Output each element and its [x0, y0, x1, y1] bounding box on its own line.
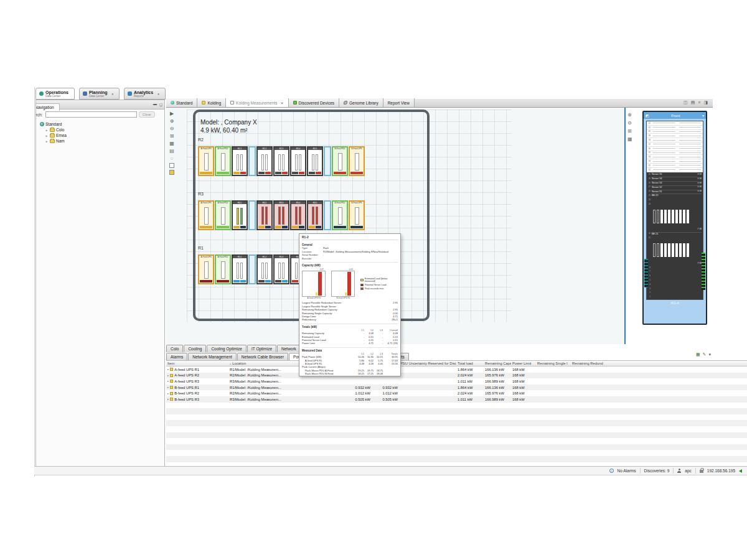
rack-B-Feed PDU[interactable]: B-Feed PDU: [332, 146, 348, 176]
perspective-tab-operations[interactable]: OperationsData Center: [35, 88, 75, 100]
grid-view-icon[interactable]: ▦: [627, 136, 632, 142]
rack-R2-2[interactable]: R2-2: [256, 146, 273, 176]
rack-corridor[interactable]: [248, 146, 256, 176]
zoom-out-icon[interactable]: ⊖: [170, 126, 174, 131]
rack-elevation-panel[interactable]: ◩ Front ▾ 42414039383736353433323130Serv…: [642, 111, 707, 325]
expand-arrow-icon[interactable]: ▸: [167, 392, 169, 395]
expand-arrow-icon[interactable]: ▸: [45, 128, 49, 132]
split-editor-icon[interactable]: ◫: [684, 100, 688, 105]
rack-A-Feed PDU[interactable]: A-Feed PDU: [215, 200, 231, 230]
subtab-alarms[interactable]: Alarms: [166, 353, 187, 360]
column-header-power-limit[interactable]: Power Limit: [511, 361, 536, 366]
editor-tab-kolding[interactable]: Kolding: [197, 98, 226, 107]
rack-device-server-51[interactable]: 26Server 513 W: [647, 189, 703, 194]
select-tool-icon[interactable]: ▶: [170, 111, 174, 116]
zoom-in-icon[interactable]: ⊕: [170, 118, 174, 124]
rack-corridor[interactable]: [324, 200, 331, 230]
table-row[interactable]: ▸A-feed UPS R2R2/Model: /Kolding Measure…: [166, 373, 747, 379]
rack-B-Feed PDU[interactable]: B-Feed PDU: [332, 200, 348, 230]
rack-device-server-53[interactable]: 28Server 533 W: [647, 180, 703, 185]
rack-device-server-52[interactable]: 27Server 523 W: [647, 185, 703, 189]
expand-arrow-icon[interactable]: ▸: [167, 368, 169, 371]
view-menu-icon[interactable]: ▾: [708, 352, 711, 357]
highlight-swatch-icon[interactable]: [169, 170, 174, 175]
fit-view-icon[interactable]: ⊞: [170, 133, 174, 139]
rack-R3-1[interactable]: R3-1: [232, 200, 248, 230]
column-header-remaining-single-i[interactable]: Remaining Single I: [536, 361, 571, 366]
column-header-remaining-redund[interactable]: Remaining Redund: [571, 361, 608, 366]
rack-R3-4[interactable]: R3-4: [290, 200, 306, 230]
expand-arrow-icon[interactable]: ▸: [167, 374, 169, 377]
pane-splitter[interactable]: [624, 108, 626, 344]
rack-R1-2[interactable]: R1-2: [256, 254, 273, 284]
subtab-network-management[interactable]: Network Management: [188, 353, 237, 360]
expand-arrow-icon[interactable]: ▸: [45, 134, 49, 138]
column-header-remaining-capacit[interactable]: Remaining Capacit: [484, 361, 511, 366]
rack-A-Feed UPS[interactable]: A-Feed UPS: [198, 146, 214, 176]
rack-device-server-54[interactable]: 29Server 543 W: [647, 176, 703, 180]
search-input[interactable]: [45, 111, 136, 118]
expand-arrow-icon[interactable]: ▸: [167, 386, 169, 389]
column-header-psu-uncertainty-reserved-for-dist-[interactable]: PSU Uncertainty Reserved for Dist.: [399, 361, 456, 366]
table-view-icon[interactable]: ▦: [169, 141, 174, 146]
rack-device-be-21[interactable]: 16BE 21: [647, 231, 703, 236]
column-header-item[interactable]: Item: [166, 361, 228, 366]
rack-B-Feed UPS[interactable]: B-Feed UPS: [349, 200, 365, 230]
rack-R3-2[interactable]: R3-2: [256, 200, 273, 230]
rack-R2-3[interactable]: R2-3: [273, 146, 289, 176]
rack-R2-1[interactable]: R2-1: [232, 146, 248, 176]
lasso-tool-icon[interactable]: ◌: [171, 156, 174, 161]
clear-button[interactable]: Clear: [139, 111, 155, 118]
menu-icon[interactable]: ≡: [698, 100, 700, 105]
rack-A-Feed PDU[interactable]: A-Feed PDU: [215, 254, 231, 284]
table-row[interactable]: ▸B-feed UPS R2R2/Model: /Kolding Measure…: [166, 390, 747, 396]
maximize-icon[interactable]: ◻: [159, 102, 162, 106]
restore-pane-icon[interactable]: ◨: [703, 100, 708, 105]
column-header-total-load[interactable]: Total load: [456, 361, 484, 366]
zoom-in-icon[interactable]: ⊕: [627, 112, 632, 118]
expand-arrow-icon[interactable]: ▸: [45, 139, 49, 143]
editor-tab-kolding-measurements[interactable]: Kolding Measurements✕: [226, 98, 289, 107]
rack-R2-4[interactable]: R2-4: [290, 146, 306, 176]
perspective-tab-planning[interactable]: PlanningData Center▾: [79, 88, 120, 100]
editor-tab-report-view[interactable]: Report View: [383, 98, 415, 107]
rack-A-Feed PDU[interactable]: A-Feed PDU: [215, 146, 231, 176]
perspective-tab-analytics[interactable]: AnalyticsReports▾: [124, 88, 166, 100]
table-row[interactable]: ▸B-feed UPS R1R1/Model: /Kolding Measure…: [166, 385, 747, 391]
rack-R1-1[interactable]: R1-1: [232, 254, 248, 284]
subtab-network-cable-browser[interactable]: Network Cable Browser: [237, 353, 288, 360]
view-list-icon[interactable]: ▤: [691, 100, 695, 105]
rotate-view-icon[interactable]: ◩: [646, 113, 649, 118]
export-table-icon[interactable]: ▦: [696, 352, 700, 357]
blade-chassis[interactable]: [647, 240, 703, 261]
tree-item-emea[interactable]: ▸Emea: [40, 133, 164, 138]
tab-cooling[interactable]: Cooling: [184, 345, 206, 352]
rack-R3-3[interactable]: R3-3: [273, 200, 289, 230]
table-row[interactable]: ▸A-feed UPS R3R3/Model: /Kolding Measure…: [166, 378, 747, 385]
tab-cooling-optimize[interactable]: Cooling Optimize: [207, 345, 247, 352]
rack-device-server-55[interactable]: 30Server 553 W: [647, 172, 703, 177]
expand-arrow-icon[interactable]: ▸: [167, 398, 169, 401]
header-menu-icon[interactable]: ▾: [702, 113, 704, 118]
layers-icon[interactable]: ▤: [169, 148, 174, 154]
minimize-icon[interactable]: ▬: [153, 102, 157, 106]
rack-corridor[interactable]: [248, 200, 256, 230]
rack-R2-5[interactable]: R2-5: [307, 146, 323, 176]
close-icon[interactable]: ✕: [281, 101, 284, 105]
table-row[interactable]: ▸A-feed UPS R1R1/Model: /Kolding Measure…: [166, 366, 747, 373]
tab-network[interactable]: Network: [277, 345, 301, 352]
rack-corridor[interactable]: [324, 146, 331, 176]
editor-tab-discovered-devices[interactable]: Discovered Devices: [289, 98, 339, 107]
editor-tab-genome-library[interactable]: Genome Library: [339, 98, 383, 107]
tab-colo[interactable]: Colo: [166, 345, 183, 352]
contrast-swatch-icon[interactable]: [169, 163, 174, 168]
rack-R3-5[interactable]: R3-5: [307, 200, 323, 230]
edit-icon[interactable]: ✎: [703, 352, 707, 357]
tree-item-nam[interactable]: ▸Nam: [40, 138, 164, 144]
rack-R1-3[interactable]: R1-3: [273, 254, 289, 284]
rack-device-be-22[interactable]: 25BE 22: [647, 194, 703, 198]
rack-A-Feed UPS[interactable]: A-Feed UPS: [198, 200, 214, 230]
expand-arrow-icon[interactable]: ▸: [167, 380, 169, 383]
editor-tab-standard[interactable]: Standard: [166, 98, 197, 107]
rack-B-Feed UPS[interactable]: B-Feed UPS: [349, 146, 365, 176]
